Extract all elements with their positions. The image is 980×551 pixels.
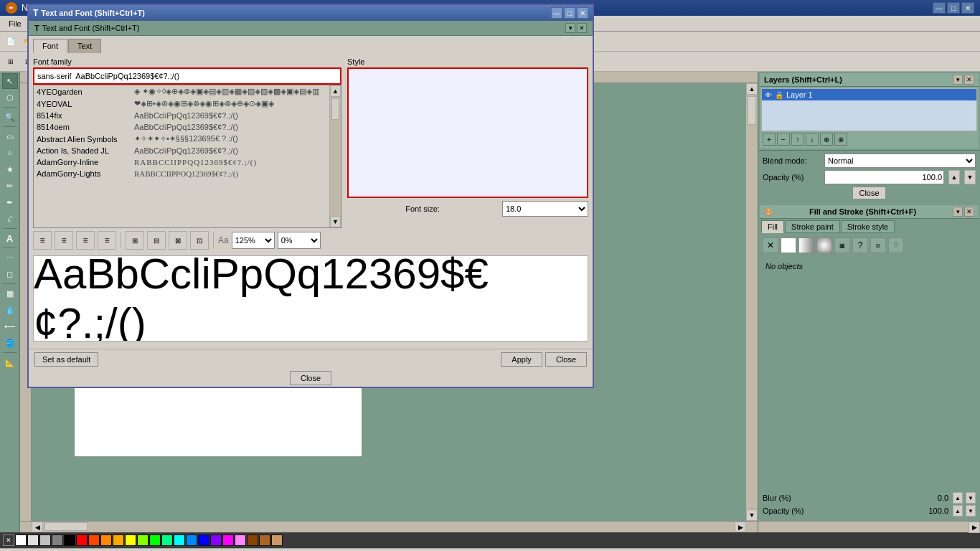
set-default-btn[interactable]: Set as default <box>34 352 98 367</box>
select-tool[interactable]: ↖ <box>2 73 18 89</box>
opacity-input[interactable]: 100.0 <box>824 170 944 184</box>
inner-title-btns[interactable]: ▾ ✕ <box>565 23 587 33</box>
layer-up-btn[interactable]: ↑ <box>791 133 804 146</box>
new-btn[interactable]: 📄 <box>3 34 19 50</box>
layout3-btn[interactable]: ⊠ <box>169 231 187 250</box>
opacity-down-btn[interactable]: ▼ <box>964 170 976 184</box>
rect-tool[interactable]: ▭ <box>2 128 18 144</box>
rp-scroll-right[interactable]: ▶ <box>969 522 980 533</box>
font-scroll-thumb[interactable] <box>331 98 339 120</box>
layer-item[interactable]: 👁 🔒 Layer 1 <box>762 89 976 100</box>
remove-layer-btn[interactable]: − <box>777 133 790 146</box>
font-item-adamgorry-inline[interactable]: AdamGorry-Inline RАBBCCIIPPQQ12369$€¢?.;… <box>34 156 329 168</box>
swatch-tan[interactable] <box>271 534 283 546</box>
font-family-list[interactable]: 4YEOgarden ◈ ✦◉✧◊◈⊕◈⊗◈▣◈▤◈▥◈▦◈▧◈▨◈▩◈▣◈▤◈… <box>33 85 341 228</box>
layers-close-bottom-btn[interactable]: Close <box>852 187 885 199</box>
tab-fill[interactable]: Fill <box>761 220 784 233</box>
layout1-btn[interactable]: ⊞ <box>126 231 144 250</box>
maximize-btn[interactable]: □ <box>947 2 960 14</box>
canvas-vscroll[interactable]: ▲ ▼ <box>746 83 758 521</box>
swatch-black[interactable] <box>64 534 75 546</box>
apply-btn[interactable]: Apply <box>501 352 542 367</box>
zoom-tool[interactable]: 🔍 <box>2 109 18 125</box>
font-list-scroll[interactable]: ▲ ▼ <box>329 85 341 227</box>
dialog-maximize-btn[interactable]: □ <box>564 7 575 19</box>
swatch-green[interactable] <box>149 534 161 546</box>
swatch-teal[interactable] <box>161 534 173 546</box>
align-center-btn[interactable]: ≡ <box>55 231 73 250</box>
layer-list[interactable]: 👁 🔒 Layer 1 <box>761 88 977 131</box>
fill-linear-btn[interactable] <box>798 237 814 253</box>
add-layer-btn[interactable]: + <box>763 133 776 146</box>
opacity-fs-up-btn[interactable]: ▲ <box>953 505 963 517</box>
tab-stroke-paint[interactable]: Stroke paint <box>785 220 840 233</box>
spacing-select2[interactable]: 0% 5% 10% <box>278 232 321 249</box>
inner-close-btn[interactable]: ✕ <box>577 23 587 33</box>
swatch-brown1[interactable] <box>247 534 258 546</box>
vscroll-up[interactable]: ▲ <box>746 83 758 95</box>
layer-lock-icon[interactable]: 🔒 <box>775 91 783 99</box>
font-item-adamgorry-lights[interactable]: AdamGorry-Lights RАBBCCIIPPOQ12369$€¢?.;… <box>34 168 329 179</box>
tab-text[interactable]: Text <box>68 39 101 53</box>
layout2-btn[interactable]: ⊟ <box>147 231 166 250</box>
calligraphy-tool[interactable]: 𝓒 <box>2 211 18 227</box>
vscroll-thumb[interactable] <box>748 96 756 125</box>
minimize-btn[interactable]: — <box>933 2 946 14</box>
swatch-orange[interactable] <box>100 534 112 546</box>
layer-down-btn[interactable]: ↓ <box>806 133 819 146</box>
opacity-fs-down-btn[interactable]: ▼ <box>966 505 976 517</box>
font-item-8514oem[interactable]: 8514oem AaBbCcliPpQq12369$€¢?.;/() <box>34 121 329 133</box>
layers-close-btn[interactable]: ✕ <box>964 75 974 85</box>
fill-mesh-btn[interactable]: ⧈ <box>870 237 886 253</box>
swatch-pink[interactable] <box>235 534 246 546</box>
swatch-red[interactable] <box>76 534 88 546</box>
font-scroll-up[interactable]: ▲ <box>330 85 341 97</box>
swatch-magenta[interactable] <box>222 534 234 546</box>
fill-swatch-btn[interactable]: ♡ <box>888 237 904 253</box>
fill-stroke-close-btn[interactable]: ✕ <box>964 207 974 217</box>
blur-down-btn[interactable]: ▼ <box>966 492 976 504</box>
swatch-sky[interactable] <box>186 534 197 546</box>
eraser-tool[interactable]: ◻ <box>2 266 18 282</box>
dialog-controls[interactable]: — □ ✕ <box>551 7 588 19</box>
style-preview-box[interactable] <box>347 67 588 198</box>
swatch-brown2[interactable] <box>259 534 270 546</box>
font-item-action-is[interactable]: Action Is, Shaded JL AaBbCcliPpQq12369$€… <box>34 145 329 156</box>
layer-dup-btn[interactable]: ⊕ <box>820 133 833 146</box>
dialog-close-btn[interactable]: ✕ <box>577 7 588 19</box>
fill-pattern-btn[interactable]: ▦ <box>834 237 850 253</box>
swatch-lightgray[interactable] <box>27 534 39 546</box>
font-scroll-track[interactable] <box>330 97 341 216</box>
hscroll-track[interactable] <box>43 522 735 532</box>
dialog-minimize-btn[interactable]: — <box>551 7 562 19</box>
star-tool[interactable]: ★ <box>2 161 18 177</box>
right-panel-hscroll[interactable]: ▶ <box>758 521 980 532</box>
fill-unknown-btn[interactable]: ? <box>852 237 868 253</box>
layer-name[interactable]: Layer 1 <box>786 90 813 99</box>
swatch-blue[interactable] <box>198 534 209 546</box>
fill-stroke-expand-btn[interactable]: ▾ <box>953 207 963 217</box>
vscroll-track[interactable] <box>746 95 758 509</box>
close-dialog-btn[interactable]: Close <box>545 352 587 367</box>
align-right-btn[interactable]: ≡ <box>76 231 95 250</box>
swatch-white[interactable] <box>15 534 27 546</box>
connector-tool[interactable]: ⟵ <box>2 319 18 334</box>
close-dialog-btn2[interactable]: Close <box>290 371 331 385</box>
swatch-purple[interactable] <box>210 534 222 546</box>
tab-stroke-style[interactable]: Stroke style <box>841 220 895 233</box>
spacing-select[interactable]: 125% 100% 150% <box>232 232 275 249</box>
dropper-tool[interactable]: 💧 <box>2 302 18 318</box>
spray-tool[interactable]: ⋯ <box>2 250 18 265</box>
hscroll-right[interactable]: ▶ <box>735 522 746 532</box>
layers-header-btns[interactable]: ▾ ✕ <box>953 75 974 85</box>
fill-none-btn[interactable]: ✕ <box>763 237 778 253</box>
font-item-8514fix[interactable]: 8514fix AaBbCcliPpQq12369$€¢?.;/() <box>34 110 329 121</box>
canvas-hscroll[interactable]: ◀ ▶ <box>20 521 758 532</box>
swatch-cyan[interactable] <box>174 534 185 546</box>
measure-tool[interactable]: 📐 <box>2 354 18 370</box>
font-scroll-down[interactable]: ▼ <box>330 216 341 227</box>
pencil-tool[interactable]: ✏ <box>2 178 18 194</box>
font-item-4yeogarden[interactable]: 4YEOgarden ◈ ✦◉✧◊◈⊕◈⊗◈▣◈▤◈▥◈▦◈▧◈▨◈▩◈▣◈▤◈… <box>34 85 329 98</box>
swatch-x[interactable]: ✕ <box>3 534 14 546</box>
fill-color-btn[interactable] <box>781 237 796 253</box>
